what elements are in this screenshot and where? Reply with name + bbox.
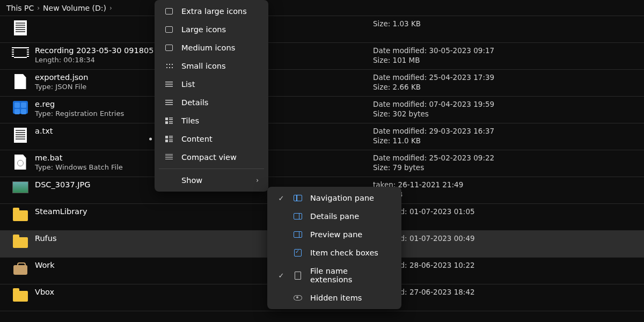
breadcrumb-seg-2[interactable]: New Volume (D:) xyxy=(43,4,106,12)
doc-icon xyxy=(293,272,303,280)
folder-icon xyxy=(13,210,28,221)
pane-r-icon xyxy=(293,213,303,219)
menu-item-label: Details xyxy=(181,98,259,107)
file-meta-line: Date modified: 30-05-2023 09:17 xyxy=(373,46,639,55)
file-meta-line: Size: 11.0 KB xyxy=(373,136,639,145)
menu-item-label: Small icons xyxy=(181,62,259,70)
submenu-item-label: Details pane xyxy=(310,212,392,221)
menu-item-show[interactable]: Show› xyxy=(155,171,268,189)
menu-item-label: Extra large icons xyxy=(181,7,259,16)
box-icon xyxy=(165,26,173,33)
eye-icon xyxy=(293,295,303,301)
brief-icon xyxy=(13,265,27,275)
chk-icon xyxy=(293,249,303,257)
chevron-right-icon: › xyxy=(256,177,259,184)
menu-item-list[interactable]: List xyxy=(155,75,268,93)
submenu-item-label: Preview pane xyxy=(310,230,392,239)
grid-icon xyxy=(165,63,173,69)
compact-icon xyxy=(165,154,173,160)
submenu-item-navigation-pane[interactable]: ✓Navigation pane xyxy=(267,189,401,207)
file-meta-line: Date modified: 29-03-2023 16:37 xyxy=(373,127,639,135)
file-row[interactable]: a.txtDate modified: 29-03-2023 16:37Size… xyxy=(0,123,644,150)
check-icon: ✓ xyxy=(277,194,286,202)
bat-icon xyxy=(14,155,26,170)
menu-separator xyxy=(159,169,264,169)
submenu-item-hidden-items[interactable]: Hidden items xyxy=(267,289,401,307)
menu-item-large-icons[interactable]: Large icons xyxy=(155,20,268,39)
menu-item-tiles[interactable]: Tiles xyxy=(155,112,268,130)
submenu-item-file-name-extensions[interactable]: ✓File name extensions xyxy=(267,262,401,289)
menu-item-details[interactable]: Details xyxy=(155,93,268,112)
menu-item-label: List xyxy=(181,80,259,89)
jpg-icon xyxy=(12,181,28,193)
file-row[interactable]: exported.jsonType: JSON FileDate modifie… xyxy=(0,70,644,97)
file-meta-line: Date modified: 25-04-2023 17:39 xyxy=(373,73,639,82)
view-context-menu[interactable]: Extra large iconsLarge iconsMedium icons… xyxy=(155,0,268,192)
folder-icon xyxy=(13,237,28,248)
pane-r-icon xyxy=(293,231,303,238)
submenu-item-label: Item check boxes xyxy=(310,248,392,257)
file-meta-line: Size: 101 MB xyxy=(373,56,639,64)
file-meta-line: Size: 302 bytes xyxy=(373,109,639,118)
submenu-item-preview-pane[interactable]: Preview pane xyxy=(267,225,401,244)
submenu-item-label: Navigation pane xyxy=(310,194,392,202)
file-row[interactable]: e.regType: Registration EntriesDate modi… xyxy=(0,97,644,123)
list-icon xyxy=(165,81,173,87)
box-icon xyxy=(165,8,173,14)
menu-item-content[interactable]: Content xyxy=(155,130,268,148)
current-indicator-icon xyxy=(149,138,152,141)
menu-item-label: Compact view xyxy=(181,153,259,162)
submenu-item-label: Hidden items xyxy=(310,294,392,302)
file-meta-line: Size: 79 bytes xyxy=(373,163,639,172)
file-meta-line: Size: 2.66 KB xyxy=(373,83,639,91)
submenu-item-label: File name extensions xyxy=(310,267,392,284)
breadcrumb[interactable]: This PC › New Volume (D:) › xyxy=(0,0,644,16)
reg-icon xyxy=(13,101,28,114)
show-submenu[interactable]: ✓Navigation paneDetails panePreview pane… xyxy=(267,187,401,309)
video-icon xyxy=(13,47,28,58)
tiles-icon xyxy=(165,118,173,124)
file-meta-line: Date modified: 07-04-2023 19:59 xyxy=(373,100,639,108)
file-meta-line: modified: 01-07-2023 01:05 xyxy=(373,207,639,216)
file-meta-line: Date modified: 25-02-2023 09:22 xyxy=(373,153,639,162)
json-icon xyxy=(14,74,26,89)
menu-item-label: Tiles xyxy=(181,116,259,125)
file-meta-line: modified: 28-06-2023 10:22 xyxy=(373,261,639,269)
file-meta-line: modified: 27-06-2023 18:42 xyxy=(373,288,639,296)
menu-item-label: Medium icons xyxy=(181,43,259,52)
chevron-right-icon: › xyxy=(37,4,40,12)
menu-item-label: Content xyxy=(181,135,259,143)
chevron-right-icon: › xyxy=(109,4,112,12)
text-icon xyxy=(14,20,27,35)
list-icon xyxy=(165,99,173,106)
folder-icon xyxy=(13,291,28,302)
file-meta-line: taken: 26-11-2021 21:49 xyxy=(373,180,639,189)
text-icon xyxy=(14,128,27,143)
box-icon xyxy=(165,45,173,51)
check-icon: ✓ xyxy=(277,272,286,280)
file-row[interactable]: Size: 1.03 KB xyxy=(0,16,644,43)
file-row[interactable]: me.batType: Windows Batch FileDate modif… xyxy=(0,150,644,177)
menu-item-medium-icons[interactable]: Medium icons xyxy=(155,39,268,57)
file-meta-line: modified: 01-07-2023 00:49 xyxy=(373,234,639,243)
submenu-item-item-check-boxes[interactable]: Item check boxes xyxy=(267,244,401,262)
menu-item-compact-view[interactable]: Compact view xyxy=(155,148,268,166)
menu-item-small-icons[interactable]: Small icons xyxy=(155,57,268,75)
menu-item-extra-large-icons[interactable]: Extra large icons xyxy=(155,2,268,20)
breadcrumb-seg-1[interactable]: This PC xyxy=(6,4,34,12)
file-meta-line: Size: 1.03 KB xyxy=(373,19,639,28)
file-meta-line: 7.95 MB xyxy=(373,190,639,199)
pane-l-icon xyxy=(293,195,303,201)
menu-item-label: Large icons xyxy=(181,25,259,34)
menu-item-label: Show xyxy=(181,176,248,185)
submenu-item-details-pane[interactable]: Details pane xyxy=(267,207,401,225)
tiles-icon xyxy=(165,136,173,142)
file-row[interactable]: Recording 2023-05-30 091805Length: 00:18… xyxy=(0,43,644,70)
